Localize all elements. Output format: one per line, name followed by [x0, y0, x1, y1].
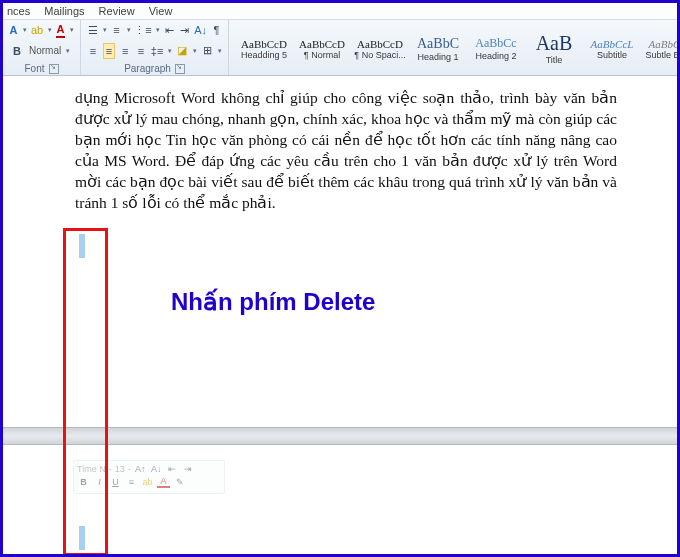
font-name-fragment: Normal [29, 45, 61, 56]
shrink-font-icon[interactable]: A↓ [150, 462, 163, 475]
tab-view[interactable]: View [149, 5, 173, 17]
mini-format-painter-icon[interactable]: ✎ [173, 475, 186, 488]
highlight-icon[interactable]: ab [31, 22, 43, 38]
multilevel-icon[interactable]: ⋮≡ [135, 22, 151, 38]
paragraph-group: ☰▾ ≡▾ ⋮≡▾ ⇤ ⇥ A↓ ¶ ≡ ≡ ≡ ≡ ‡≡▾ ◪▾ ⊞▾ Par… [81, 20, 229, 75]
mini-underline-icon[interactable]: U [109, 475, 122, 488]
style-subtle-emphasis[interactable]: AaBbCcLSubtle Em... [641, 22, 680, 75]
text-effects-icon[interactable]: A [9, 22, 18, 38]
font-group: A▾ ab▾ A▾ B Normal▾ Font [3, 20, 81, 75]
page-1[interactable]: dụng Microsoft Word không chỉ giúp cho c… [13, 82, 667, 422]
borders-icon[interactable]: ⊞ [201, 43, 213, 59]
indent-right-icon[interactable]: ⇥ [179, 22, 190, 38]
bold-icon[interactable]: B [9, 43, 25, 59]
styles-group: AaBbCcDHeadding 5 AaBbCcD¶ Normal AaBbCc… [229, 20, 680, 75]
mini-center-icon[interactable]: ≡ [125, 475, 138, 488]
justify-icon[interactable]: ≡ [135, 43, 147, 59]
tab-references[interactable]: nces [7, 5, 30, 17]
body-paragraph[interactable]: dụng Microsoft Word không chỉ giúp cho c… [75, 88, 617, 214]
font-color-icon[interactable]: A [56, 22, 65, 38]
style-heading2[interactable]: AaBbCcHeading 2 [467, 22, 525, 75]
style-subtitle[interactable]: AaBbCcLSubtitle [583, 22, 641, 75]
shading-icon[interactable]: ◪ [176, 43, 188, 59]
style-no-spacing[interactable]: AaBbCcD¶ No Spaci... [351, 22, 409, 75]
line-spacing-icon[interactable]: ‡≡ [151, 43, 164, 59]
numbering-icon[interactable]: ≡ [111, 22, 122, 38]
align-right-icon[interactable]: ≡ [119, 43, 131, 59]
font-launcher-icon[interactable] [49, 64, 59, 74]
ribbon-tabs: nces Mailings Review View [3, 3, 677, 20]
tab-review[interactable]: Review [99, 5, 135, 17]
align-left-icon[interactable]: ≡ [87, 43, 99, 59]
paragraph-launcher-icon[interactable] [175, 64, 185, 74]
style-normal[interactable]: AaBbCcD¶ Normal [293, 22, 351, 75]
annotation-text: Nhấn phím Delete [171, 288, 375, 316]
style-heading1[interactable]: AaBbCHeading 1 [409, 22, 467, 75]
style-title[interactable]: AaBTitle [525, 22, 583, 75]
mini-font-size[interactable]: 13 [115, 464, 125, 474]
tab-mailings[interactable]: Mailings [44, 5, 84, 17]
indent-left-icon[interactable]: ⇤ [164, 22, 175, 38]
font-group-label: Font [24, 63, 44, 74]
mini-fontcolor-icon[interactable]: A [157, 475, 170, 488]
bullets-icon[interactable]: ☰ [87, 22, 98, 38]
style-headding5[interactable]: AaBbCcDHeadding 5 [235, 22, 293, 75]
mini-indent2-icon[interactable]: ⇥ [182, 462, 195, 475]
mini-indent-icon[interactable]: ⇤ [166, 462, 179, 475]
paragraph-group-label: Paragraph [124, 63, 171, 74]
grow-font-icon[interactable]: A↑ [134, 462, 147, 475]
ribbon: A▾ ab▾ A▾ B Normal▾ Font ☰▾ ≡▾ ⋮≡▾ ⇤ ⇥ A… [3, 20, 677, 76]
annotation-box [63, 228, 108, 556]
document-area: dụng Microsoft Word không chỉ giúp cho c… [3, 82, 677, 557]
align-center-icon[interactable]: ≡ [103, 43, 115, 59]
sort-icon[interactable]: A↓ [194, 22, 207, 38]
show-marks-icon[interactable]: ¶ [211, 22, 222, 38]
mini-highlight-icon[interactable]: ab [141, 475, 154, 488]
